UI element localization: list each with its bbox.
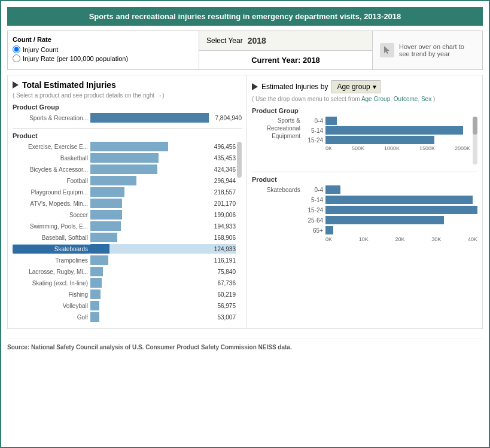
product-bars: Exercise, Exercise E... 496,456 Basketba… [13,142,236,324]
injury-count-radio-row[interactable]: Injury Count [13,45,194,53]
grouped-bar: 5-14 [303,196,477,204]
age-label: 5-14 [303,127,325,134]
right-panel: Estimated Injuries by Age group ▼ ( Use … [246,75,483,329]
list-item[interactable]: Volleyball 56,975 [13,301,236,310]
list-item[interactable]: Swimming, Pools, E... 194,933 [13,221,236,231]
bar [325,196,473,204]
grouped-bar: 25-64 [303,216,477,224]
year-section: Select Year 2018 Current Year: 2018 [199,31,373,69]
hover-text: Hover over on chart to see trend by year [399,43,475,57]
age-label: 15-24 [303,207,325,214]
list-item[interactable]: Bicycles & Accessor... 424,346 [13,164,236,174]
svg-marker-0 [384,46,389,54]
right-section-title: Estimated Injuries by [261,83,328,91]
list-item[interactable]: Exercise, Exercise E... 496,456 [13,142,236,151]
list-item[interactable]: Baseball, Softball 168,906 [13,233,236,242]
count-rate-label: Count / Rate [13,36,194,43]
bar [325,206,477,214]
list-item[interactable]: Playground Equipm... 218,557 [13,187,236,197]
page-title: Sports and recreational injuries resulti… [7,7,483,26]
bar [325,117,337,125]
left-section-title: Total Estimated Injuries [22,80,116,90]
age-label: 5-14 [303,197,325,203]
bar [325,216,444,224]
current-year-label: Current Year: [251,56,300,65]
product-group-bars: Sports & Recreation... 7,804,940 [13,113,242,124]
right-scrollbar[interactable] [473,117,477,164]
right-pg-label: Product Group [252,107,477,114]
product-group-chart: Product Group Sports &RecreationalEquipm… [252,107,477,164]
year-value: 2018 [248,36,266,45]
injury-count-radio[interactable] [13,45,20,53]
grouped-bar: 5-14 [303,126,470,135]
list-item[interactable]: Trampolines 116,191 [13,255,236,265]
right-sub-note: ( Use the drop down menu to select from … [252,96,477,102]
bar-container [325,196,477,204]
source-label: Source: [7,344,31,351]
right-product-label: Product [252,176,477,183]
pg-chart-row-group: Sports &RecreationalEquipment 0-4 5-14 [252,117,470,151]
age-label: 0-4 [303,118,325,124]
product-group-row[interactable]: Sports & Recreation... 7,804,940 [13,113,242,123]
pg-age-bars: 0-4 5-14 [303,117,470,151]
product-group-bars-wrap: Sports & Recreation... 7,804,940 [13,113,242,124]
product-group-header: Product Group [13,103,242,111]
product-age-bars: 0-4 5-14 15-24 [303,185,477,242]
cursor-icon [382,45,392,55]
skateboards-label: Skateboards [13,245,90,254]
product-chart: Product Skateboards 0-4 5-14 [252,176,477,242]
injury-rate-radio-row[interactable]: Injury Rate (per 100,000 population) [13,54,194,62]
dropdown-label: Age group [337,83,370,91]
pg-value: 7,804,940 [215,115,242,121]
grouped-bar: 0-4 [303,185,477,194]
list-item[interactable]: Football 296,944 [13,176,236,185]
product-name-label: Skateboards [252,185,303,193]
grouped-bar: 65+ [303,226,477,234]
outcome-link[interactable]: Outcome [394,96,418,102]
product-bars-wrap: Exercise, Exercise E... 496,456 Basketba… [13,142,242,324]
axis-ticks: 0K 500K 1000K 1500K 2000K [325,145,470,151]
list-item[interactable]: Basketball 435,453 [13,153,236,163]
list-item[interactable]: Lacrosse, Rugby, Mi... 75,840 [13,267,236,276]
bar-container [325,185,477,194]
right-panel-header: Estimated Injuries by Age group ▼ [252,80,477,93]
axis-ticks: 0K 10K 20K 30K 40K [325,236,477,242]
grouped-bar: 15-24 [303,136,470,144]
select-year-row: Select Year 2018 [199,31,372,51]
age-label: 25-64 [303,217,325,224]
triangle-icon [13,81,19,89]
left-scrollbar[interactable] [237,142,242,178]
list-item[interactable]: Fishing 60,219 [13,289,236,299]
right-chart-inner: Sports &RecreationalEquipment 0-4 5-14 [252,117,470,164]
age-group-dropdown[interactable]: Age group ▼ [331,80,380,93]
list-item[interactable]: Golf 53,007 [13,312,236,322]
skateboards-row[interactable]: Skateboards 124,933 [13,244,236,254]
main-container: Sports and recreational injuries resulti… [0,0,490,448]
top-controls: Count / Rate Injury Count Injury Rate (p… [7,31,483,70]
list-item[interactable]: Soccer 199,006 [13,210,236,220]
left-sub-note: ( Select a product and see product detai… [13,92,242,99]
list-item[interactable]: ATV's, Mopeds, Min... 201,170 [13,199,236,208]
bar [325,136,434,144]
right-chart-wrap: Sports &RecreationalEquipment 0-4 5-14 [252,117,477,164]
left-section-header: Total Estimated Injuries [13,80,242,90]
age-group-link[interactable]: Age Group [361,96,390,102]
current-year-row: Current Year: 2018 [199,51,372,69]
bar-container [325,136,470,144]
source-text: National Safety Council analysis of U.S.… [31,344,292,351]
main-content: Total Estimated Injuries ( Select a prod… [7,75,483,329]
list-item[interactable]: Skating (excl. In-line) 67,736 [13,278,236,288]
hover-section: Hover over on chart to see trend by year [373,31,482,69]
bar [325,185,340,194]
hover-icon [380,43,394,57]
left-panel: Total Estimated Injuries ( Select a prod… [7,75,246,329]
source-section: Source: National Safety Council analysis… [7,339,483,351]
pg-axis: 0K 500K 1000K 1500K 2000K [303,145,470,151]
bar-container [325,226,477,234]
sex-link[interactable]: Sex [421,96,431,102]
product-chart-rows: Skateboards 0-4 5-14 [252,185,477,242]
injury-rate-label: Injury Rate (per 100,000 population) [23,55,128,62]
select-year-label: Select Year [206,36,243,45]
count-rate-section: Count / Rate Injury Count Injury Rate (p… [8,31,199,69]
injury-rate-radio[interactable] [13,54,20,62]
